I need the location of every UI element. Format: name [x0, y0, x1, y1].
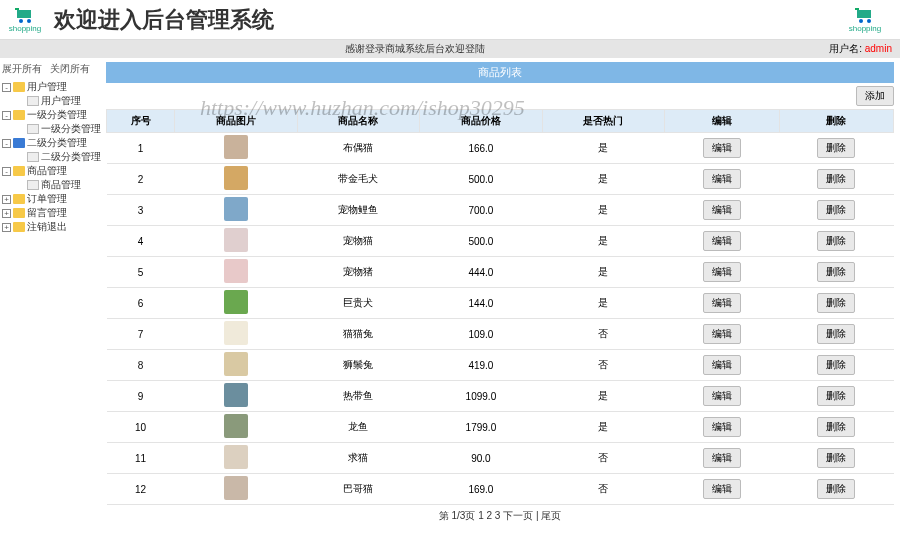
folder-icon: [13, 138, 25, 148]
table-row: 12巴哥猫169.0否编辑删除: [107, 474, 894, 505]
header: shopping 欢迎进入后台管理系统 shopping: [0, 0, 900, 40]
folder-icon: [13, 222, 25, 232]
cell-price: 144.0: [420, 288, 543, 319]
cell-price: 90.0: [420, 443, 543, 474]
logo-text: shopping: [849, 24, 881, 33]
delete-button[interactable]: 删除: [817, 293, 855, 313]
cell-image: [175, 381, 298, 412]
cell-name: 巴哥猫: [297, 474, 420, 505]
cell-image: [175, 412, 298, 443]
pager[interactable]: 第 1/3页 1 2 3 下一页 | 尾页: [106, 505, 894, 527]
tree-toggle-icon[interactable]: +: [2, 209, 11, 218]
cell-hot: 是: [542, 133, 665, 164]
delete-button[interactable]: 删除: [817, 200, 855, 220]
tree-node[interactable]: +订单管理: [2, 192, 98, 206]
edit-button[interactable]: 编辑: [703, 324, 741, 344]
column-header: 编辑: [665, 110, 779, 133]
cell-image: [175, 319, 298, 350]
tree-node[interactable]: +注销退出: [2, 220, 98, 234]
edit-button[interactable]: 编辑: [703, 262, 741, 282]
cell-price: 1099.0: [420, 381, 543, 412]
cell-name: 宠物猫: [297, 226, 420, 257]
tree-node[interactable]: -一级分类管理: [2, 108, 98, 122]
file-icon: [27, 124, 39, 134]
tree-toggle-icon[interactable]: -: [2, 111, 11, 120]
delete-button[interactable]: 删除: [817, 324, 855, 344]
delete-button[interactable]: 删除: [817, 355, 855, 375]
table-row: 3宠物鲤鱼700.0是编辑删除: [107, 195, 894, 226]
product-thumbnail: [224, 445, 248, 469]
cell-hot: 是: [542, 195, 665, 226]
main-content: 商品列表 添加 序号商品图片商品名称商品价格是否热门编辑删除 1布偶猫166.0…: [100, 58, 900, 551]
tree-node[interactable]: 一级分类管理: [2, 122, 98, 136]
tree-node[interactable]: 商品管理: [2, 178, 98, 192]
edit-button[interactable]: 编辑: [703, 293, 741, 313]
subheader: 感谢登录商城系统后台欢迎登陆 用户名: admin: [0, 40, 900, 58]
tree-node[interactable]: 用户管理: [2, 94, 98, 108]
welcome-text: 感谢登录商城系统后台欢迎登陆: [0, 42, 829, 56]
cell-image: [175, 195, 298, 226]
svg-rect-1: [15, 8, 19, 10]
table-row: 10龙鱼1799.0是编辑删除: [107, 412, 894, 443]
delete-button[interactable]: 删除: [817, 231, 855, 251]
edit-button[interactable]: 编辑: [703, 386, 741, 406]
cell-index: 4: [107, 226, 175, 257]
tree-toggle-icon[interactable]: -: [2, 139, 11, 148]
cell-price: 166.0: [420, 133, 543, 164]
cell-name: 巨贵犬: [297, 288, 420, 319]
table-row: 4宠物猫500.0是编辑删除: [107, 226, 894, 257]
tree-toggle-icon[interactable]: -: [2, 83, 11, 92]
expand-all-link[interactable]: 展开所有: [2, 63, 42, 74]
tree-toggle-icon[interactable]: -: [2, 167, 11, 176]
cell-index: 2: [107, 164, 175, 195]
tree-toggle-icon[interactable]: +: [2, 195, 11, 204]
tree-label: 一级分类管理: [27, 109, 87, 120]
logo-text: shopping: [9, 24, 41, 33]
tree-toggle-icon[interactable]: +: [2, 223, 11, 232]
cell-name: 求猫: [297, 443, 420, 474]
cell-image: [175, 226, 298, 257]
file-icon: [27, 96, 39, 106]
cell-price: 700.0: [420, 195, 543, 226]
add-button[interactable]: 添加: [856, 86, 894, 106]
edit-button[interactable]: 编辑: [703, 200, 741, 220]
edit-button[interactable]: 编辑: [703, 417, 741, 437]
tree-label: 用户管理: [27, 81, 67, 92]
edit-button[interactable]: 编辑: [703, 169, 741, 189]
product-thumbnail: [224, 476, 248, 500]
product-thumbnail: [224, 197, 248, 221]
collapse-all-link[interactable]: 关闭所有: [50, 63, 90, 74]
delete-button[interactable]: 删除: [817, 262, 855, 282]
tree-label: 一级分类管理: [41, 123, 101, 134]
delete-button[interactable]: 删除: [817, 448, 855, 468]
cell-name: 带金毛犬: [297, 164, 420, 195]
cell-price: 500.0: [420, 226, 543, 257]
product-thumbnail: [224, 383, 248, 407]
cell-index: 10: [107, 412, 175, 443]
edit-button[interactable]: 编辑: [703, 138, 741, 158]
cell-name: 龙鱼: [297, 412, 420, 443]
edit-button[interactable]: 编辑: [703, 448, 741, 468]
delete-button[interactable]: 删除: [817, 169, 855, 189]
cell-image: [175, 133, 298, 164]
delete-button[interactable]: 删除: [817, 417, 855, 437]
column-header: 序号: [107, 110, 175, 133]
table-row: 2带金毛犬500.0是编辑删除: [107, 164, 894, 195]
tree-node[interactable]: -用户管理: [2, 80, 98, 94]
cell-image: [175, 350, 298, 381]
product-thumbnail: [224, 352, 248, 376]
tree-node[interactable]: -商品管理: [2, 164, 98, 178]
cell-name: 宠物鲤鱼: [297, 195, 420, 226]
edit-button[interactable]: 编辑: [703, 231, 741, 251]
delete-button[interactable]: 删除: [817, 386, 855, 406]
delete-button[interactable]: 删除: [817, 479, 855, 499]
nav-tree: -用户管理用户管理-一级分类管理一级分类管理-二级分类管理二级分类管理-商品管理…: [2, 80, 98, 234]
delete-button[interactable]: 删除: [817, 138, 855, 158]
tree-node[interactable]: +留言管理: [2, 206, 98, 220]
edit-button[interactable]: 编辑: [703, 355, 741, 375]
tree-node[interactable]: -二级分类管理: [2, 136, 98, 150]
edit-button[interactable]: 编辑: [703, 479, 741, 499]
tree-node[interactable]: 二级分类管理: [2, 150, 98, 164]
table-row: 11求猫90.0否编辑删除: [107, 443, 894, 474]
product-thumbnail: [224, 321, 248, 345]
